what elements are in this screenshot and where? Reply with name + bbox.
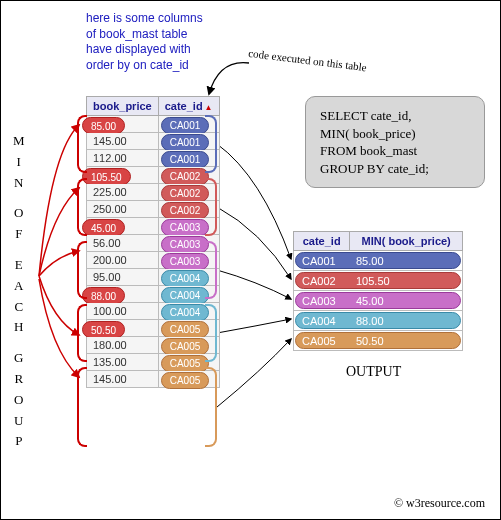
cate-pill: CA005 <box>161 321 210 338</box>
min-price-pill: 45.00 <box>82 219 125 236</box>
table-row: 135.00CA005 <box>87 354 220 371</box>
table-row: 180.00CA005 <box>87 337 220 354</box>
table-row: 250.00CA002 <box>87 201 220 218</box>
table-row: 145.00CA001 <box>87 133 220 150</box>
table-row: 88.00 CA004 <box>87 286 220 303</box>
table-row: CA002105.50 <box>294 271 463 291</box>
source-table: book_price cate_id▲ 85.00 CA001 145.00CA… <box>86 96 220 388</box>
output-label: OUTPUT <box>346 364 401 380</box>
cate-pill: CA004 <box>161 270 210 287</box>
table-row: CA00488.00 <box>294 311 463 331</box>
output-header-min: MIN( book_price) <box>350 232 463 251</box>
cate-pill: CA003 <box>161 219 210 236</box>
table-row: 145.00CA005 <box>87 371 220 388</box>
cate-pill: CA002 <box>161 185 210 202</box>
cate-pill: CA005 <box>161 372 210 389</box>
table-row: CA00185.00 <box>294 251 463 271</box>
cate-pill: CA004 <box>161 304 210 321</box>
cate-pill: CA003 <box>161 236 210 253</box>
table-row: 200.00CA003 <box>87 252 220 269</box>
min-price-pill: 105.50 <box>82 168 131 185</box>
cate-pill: CA002 <box>161 168 210 185</box>
min-price-pill: 85.00 <box>82 117 125 134</box>
source-header-cate: cate_id▲ <box>158 97 219 116</box>
cate-pill: CA005 <box>161 355 210 372</box>
cate-pill: CA003 <box>161 253 210 270</box>
min-bracket <box>77 241 87 299</box>
vertical-label: MIN OF EACH GROUP <box>13 131 25 452</box>
min-bracket <box>77 115 87 173</box>
group-bracket <box>205 367 217 447</box>
min-bracket <box>77 367 87 447</box>
table-row: 225.00CA002 <box>87 184 220 201</box>
cate-pill: CA004 <box>161 287 210 304</box>
sort-asc-icon: ▲ <box>205 103 213 112</box>
cate-pill: CA002 <box>161 202 210 219</box>
output-header-cate: cate_id <box>294 232 350 251</box>
min-bracket <box>77 304 87 362</box>
table-row: 45.00 CA003 <box>87 218 220 235</box>
min-bracket <box>77 178 87 236</box>
group-bracket <box>205 304 217 362</box>
min-price-pill: 50.50 <box>82 321 125 338</box>
code-executed-label: code executed on this table <box>248 47 368 73</box>
group-bracket <box>205 178 217 236</box>
table-row: CA00550.50 <box>294 331 463 351</box>
table-row: 95.00CA004 <box>87 269 220 286</box>
caption-text: here is some columns of book_mast table … <box>86 11 203 73</box>
group-bracket <box>205 115 217 173</box>
table-row: 105.50 CA002 <box>87 167 220 184</box>
cate-pill: CA001 <box>161 117 210 134</box>
cate-pill: CA005 <box>161 338 210 355</box>
output-table: cate_id MIN( book_price) CA00185.00CA002… <box>293 231 463 351</box>
table-row: CA00345.00 <box>294 291 463 311</box>
sql-query-box: SELECT cate_id, MIN( book_price) FROM bo… <box>305 96 485 188</box>
group-bracket <box>205 241 217 299</box>
table-row: 112.00CA001 <box>87 150 220 167</box>
cate-pill: CA001 <box>161 151 210 168</box>
cate-pill: CA001 <box>161 134 210 151</box>
source-header-price: book_price <box>87 97 159 116</box>
table-row: 100.00CA004 <box>87 303 220 320</box>
min-price-pill: 88.00 <box>82 287 125 304</box>
table-row: 50.50 CA005 <box>87 320 220 337</box>
footer-credit: © w3resource.com <box>394 496 485 511</box>
table-row: 85.00 CA001 <box>87 116 220 133</box>
table-row: 56.00CA003 <box>87 235 220 252</box>
